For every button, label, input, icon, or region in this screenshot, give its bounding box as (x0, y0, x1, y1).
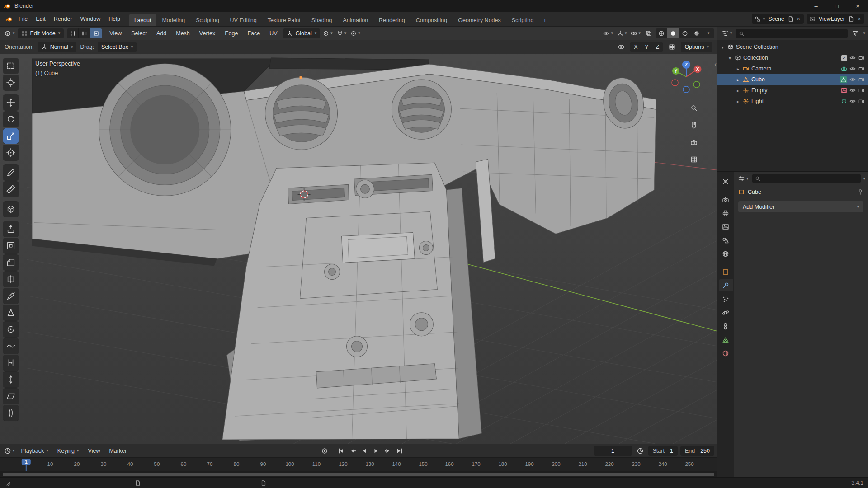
annotate-tool[interactable] (3, 165, 19, 180)
face-select-button[interactable] (90, 28, 102, 38)
navigation-gizmo[interactable]: Z Y X (667, 59, 705, 97)
auto-keying-button[interactable] (319, 446, 330, 456)
workspace-tab-scripting[interactable]: Scripting (506, 14, 539, 26)
material-properties-tab[interactable] (719, 347, 733, 359)
transform-tool[interactable] (3, 145, 19, 160)
menu-viewport-select[interactable]: Select (127, 28, 151, 39)
world-properties-tab[interactable] (719, 248, 733, 260)
mirror-z-toggle[interactable]: Z (652, 42, 663, 52)
disclosure-closed-icon[interactable]: ▸ (736, 66, 741, 71)
workspace-tab-uv-editing[interactable]: UV Editing (225, 14, 262, 26)
object-data-properties-tab[interactable] (719, 333, 733, 346)
disclosure-open-icon[interactable]: ▾ (720, 45, 725, 50)
gizmo-neg-z-axis[interactable] (683, 86, 689, 93)
play-reverse-button[interactable] (359, 446, 370, 456)
workspace-tab-texture-paint[interactable]: Texture Paint (262, 14, 306, 26)
frame-end-field[interactable]: End 250 (680, 446, 714, 456)
new-scene-icon[interactable] (788, 16, 794, 22)
proportional-edit-button[interactable]: ▾ (349, 28, 362, 38)
camera-view-button[interactable] (688, 136, 700, 148)
menu-file[interactable]: File (14, 14, 32, 24)
menu-viewport-view[interactable]: View (105, 28, 126, 39)
timeline-editor-type-button[interactable]: ▾ (3, 446, 16, 456)
menu-edit[interactable]: Edit (32, 14, 50, 24)
disclosure-closed-icon[interactable]: ▸ (736, 77, 741, 82)
current-frame-field[interactable]: 1 (594, 446, 632, 456)
tool-orientation-dropdown[interactable]: Normal ▾ (38, 42, 77, 52)
tweak-select-tool[interactable] (3, 58, 19, 74)
bevel-tool[interactable] (3, 255, 19, 270)
shading-material-button[interactable] (679, 28, 691, 38)
outliner-row-cube[interactable]: ▸ Cube (717, 74, 868, 85)
collection-checkbox[interactable]: ✓ (841, 55, 847, 61)
disclosure-closed-icon[interactable]: ▸ (736, 99, 741, 104)
workspace-tab-modeling[interactable]: Modeling (156, 14, 190, 26)
unlink-scene-button[interactable]: × (796, 16, 801, 22)
hide-in-viewport-toggle[interactable] (849, 98, 856, 104)
scene-selector[interactable]: ▾ Scene × (752, 14, 804, 24)
close-button[interactable]: × (847, 0, 868, 12)
shading-rendered-button[interactable] (691, 28, 703, 38)
mirror-y-toggle[interactable]: Y (641, 42, 652, 52)
frame-start-field[interactable]: Start 1 (648, 446, 678, 456)
blender-menu-button[interactable] (4, 14, 14, 24)
add-workspace-button[interactable]: + (539, 14, 550, 26)
orthographic-toggle-button[interactable] (688, 154, 700, 165)
menu-viewport-edge[interactable]: Edge (221, 28, 242, 39)
splitter-grip-icon[interactable] (5, 480, 11, 486)
hide-in-viewport-toggle[interactable] (849, 66, 856, 72)
outliner-editor-type-button[interactable]: ▾ (720, 28, 734, 38)
disable-in-render-toggle[interactable] (858, 98, 864, 104)
loop-cut-tool[interactable] (3, 272, 19, 287)
knife-tool[interactable] (3, 288, 19, 304)
copy-view-layer-icon[interactable] (848, 16, 854, 22)
disclosure-open-icon[interactable]: ▾ (727, 56, 732, 61)
minimize-button[interactable]: – (806, 0, 826, 12)
outliner-row-camera[interactable]: ▸ Camera (717, 63, 868, 74)
timeline-ruler[interactable]: 10 20 30 40 50 60 70 80 90 100 110 120 1… (0, 457, 717, 471)
menu-marker[interactable]: Marker (105, 446, 131, 456)
scene-properties-tab[interactable] (719, 234, 733, 246)
viewport-3d[interactable]: User Perspective (1) Cube Z Y X (0, 54, 717, 444)
timeline-scrollbar[interactable] (0, 471, 717, 477)
constraint-properties-tab[interactable] (719, 320, 733, 332)
pan-button[interactable] (688, 119, 700, 131)
vertex-select-button[interactable] (67, 28, 79, 38)
gizmo-neg-x-axis[interactable] (672, 80, 678, 86)
gizmos-button[interactable]: ▾ (616, 28, 628, 38)
xray-toggle-button[interactable] (643, 28, 654, 38)
remove-view-layer-button[interactable]: × (857, 16, 862, 22)
inset-faces-tool[interactable] (3, 238, 19, 253)
menu-viewport-mesh[interactable]: Mesh (172, 28, 194, 39)
options-dropdown[interactable]: Options ▾ (681, 42, 712, 52)
disable-in-render-toggle[interactable] (858, 66, 864, 72)
outliner-search-input[interactable] (736, 29, 848, 38)
tool-properties-tab[interactable] (719, 175, 733, 188)
editor-type-button[interactable]: ▾ (3, 28, 16, 38)
transform-orientation-dropdown[interactable]: Global ▾ (283, 28, 321, 38)
spin-tool[interactable] (3, 322, 19, 337)
poly-build-tool[interactable] (3, 305, 19, 320)
workspace-tab-rendering[interactable]: Rendering (373, 14, 410, 26)
edge-select-button[interactable] (79, 28, 90, 38)
properties-editor-type-button[interactable]: ▾ (736, 174, 750, 183)
view-layer-selector[interactable]: ViewLayer × (807, 14, 864, 24)
move-tool[interactable] (3, 95, 19, 110)
disable-in-render-toggle[interactable] (858, 87, 864, 94)
hide-in-viewport-toggle[interactable] (849, 76, 856, 83)
next-keyframe-button[interactable] (382, 446, 393, 456)
sidebar-collapse-icon[interactable]: ‹ (714, 61, 717, 68)
preview-range-button[interactable] (635, 446, 646, 456)
snap-settings-button[interactable] (666, 42, 677, 52)
mirror-x-toggle[interactable]: X (630, 42, 641, 52)
menu-playback[interactable]: Playback▾ (17, 446, 52, 456)
workspace-tab-geometry-nodes[interactable]: Geometry Nodes (453, 14, 506, 26)
disable-in-render-toggle[interactable] (858, 55, 864, 61)
drag-mode-dropdown[interactable]: Select Box ▾ (98, 42, 137, 52)
menu-viewport-vertex[interactable]: Vertex (195, 28, 219, 39)
visibility-toggles-button[interactable]: ▾ (602, 28, 614, 38)
add-cube-tool[interactable] (3, 202, 19, 217)
play-button[interactable] (371, 446, 382, 456)
disable-in-render-toggle[interactable] (858, 76, 864, 83)
menu-render[interactable]: Render (50, 14, 76, 24)
